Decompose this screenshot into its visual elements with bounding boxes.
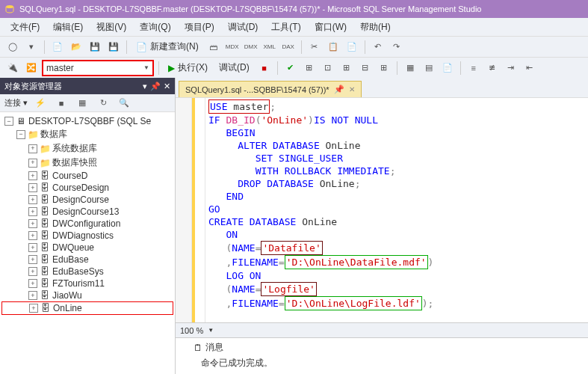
- database-combo[interactable]: master ▼: [42, 60, 154, 76]
- cut-button[interactable]: ✂: [306, 39, 323, 55]
- tree-db-edubasesys[interactable]: +🗄EduBaseSys: [1, 266, 173, 278]
- menu-window[interactable]: 窗口(W): [309, 19, 353, 36]
- file-tab-sqlquery1[interactable]: SQLQuery1.sql -...SQBBF\15474 (57))* 📌 ✕: [179, 81, 362, 97]
- comment-icon[interactable]: ≡: [465, 60, 482, 76]
- tree-snapshot-node[interactable]: +📁数据库快照: [1, 156, 173, 170]
- collapse-icon[interactable]: −: [16, 130, 25, 139]
- expand-icon[interactable]: +: [28, 291, 37, 300]
- debug-button[interactable]: 调试(D): [214, 59, 254, 76]
- menu-file[interactable]: 文件(F): [4, 19, 46, 36]
- stop-icon[interactable]: ■: [53, 95, 69, 111]
- tree-databases-node[interactable]: − 📁 数据库: [1, 127, 173, 141]
- expand-icon[interactable]: +: [28, 219, 37, 228]
- zoom-level[interactable]: 100 %: [180, 326, 203, 335]
- tree-db-coursedesign[interactable]: +🗄CourseDesign: [1, 182, 173, 194]
- execute-button[interactable]: ▶ 执行(X): [164, 59, 212, 76]
- parse-button[interactable]: ✔: [282, 60, 299, 76]
- collapse-icon[interactable]: −: [4, 117, 13, 126]
- expand-icon[interactable]: +: [28, 183, 37, 192]
- menu-debug[interactable]: 调试(D): [222, 19, 264, 36]
- menu-view[interactable]: 视图(V): [90, 19, 132, 36]
- expand-icon[interactable]: +: [28, 231, 37, 240]
- actual-plan-icon[interactable]: ⊟: [357, 60, 374, 76]
- outdent-icon[interactable]: ⇤: [522, 60, 538, 76]
- tree-db-online[interactable]: +🗄OnLine: [1, 301, 173, 315]
- filter-icon[interactable]: ▦: [74, 95, 90, 111]
- tree-db-designcourse[interactable]: +🗄DesignCourse: [1, 194, 173, 206]
- save-all-button[interactable]: 💾: [105, 39, 122, 55]
- connect-button[interactable]: 连接 ▾: [4, 97, 28, 108]
- tree-db-designcourse13[interactable]: +🗄DesignCourse13: [1, 206, 173, 218]
- pin-icon[interactable]: 📌: [334, 85, 344, 94]
- results-text-icon[interactable]: ▤: [421, 60, 437, 76]
- code-text[interactable]: USE master; IF DB_ID('OnLine')IS NOT NUL…: [205, 98, 588, 322]
- db-query-icon[interactable]: 🗃: [205, 39, 222, 55]
- tree-db-jiaowu[interactable]: +🗄JiaoWu: [1, 289, 173, 301]
- expand-icon[interactable]: +: [28, 243, 37, 252]
- menu-edit[interactable]: 编辑(E): [47, 19, 89, 36]
- expand-icon[interactable]: +: [28, 195, 37, 204]
- nav-back-button[interactable]: ◯: [4, 39, 21, 55]
- tree-sysdb-node[interactable]: +📁系统数据库: [1, 141, 173, 156]
- uncomment-icon[interactable]: ≢: [484, 60, 501, 76]
- pin-icon[interactable]: 📌: [150, 82, 161, 91]
- query-options-icon[interactable]: ⊡: [320, 60, 336, 76]
- undo-button[interactable]: ↶: [370, 39, 386, 55]
- code-editor[interactable]: USE master; IF DB_ID('OnLine')IS NOT NUL…: [176, 97, 588, 322]
- play-icon: ▶: [168, 63, 175, 73]
- tree-db-dwdiag[interactable]: +🗄DWDiagnostics: [1, 230, 173, 242]
- indent-icon[interactable]: ⇥: [503, 60, 519, 76]
- paste-button[interactable]: 📄: [344, 39, 360, 55]
- refresh-icon[interactable]: ↻: [95, 95, 111, 111]
- results-grid-icon[interactable]: ▦: [402, 60, 418, 76]
- close-icon[interactable]: ✕: [164, 82, 170, 91]
- expand-icon[interactable]: +: [28, 207, 37, 216]
- stats-icon[interactable]: ⊞: [376, 60, 392, 76]
- tree-db-coursed[interactable]: +🗄CourseD: [1, 170, 173, 182]
- expand-icon[interactable]: +: [28, 255, 37, 264]
- menu-query[interactable]: 查询(Q): [134, 19, 176, 36]
- copy-button[interactable]: 📋: [325, 39, 341, 55]
- expand-icon[interactable]: +: [28, 279, 37, 288]
- close-icon[interactable]: ✕: [349, 85, 355, 94]
- save-button[interactable]: 💾: [87, 39, 103, 55]
- database-icon: 🗄: [40, 171, 50, 181]
- server-icon: 🖥: [16, 116, 26, 126]
- tree-db-dwqueue[interactable]: +🗄DWQueue: [1, 242, 173, 254]
- menu-tools[interactable]: 工具(T): [265, 19, 306, 36]
- nav-fwd-button[interactable]: ▾: [23, 39, 40, 55]
- new-query-button[interactable]: 📄 新建查询(N): [131, 38, 203, 55]
- tree-server-node[interactable]: − 🖥 DESKTOP-L7SQBBF (SQL Se: [1, 115, 173, 127]
- disconnect-icon[interactable]: ⚡: [32, 95, 49, 111]
- new-query-icon: 📄: [136, 42, 147, 52]
- dropdown-icon[interactable]: ▾: [143, 82, 147, 91]
- expand-icon[interactable]: +: [29, 304, 38, 313]
- change-conn-icon[interactable]: 🔀: [23, 60, 40, 76]
- menu-project[interactable]: 项目(P): [179, 19, 220, 36]
- expand-icon[interactable]: +: [28, 144, 37, 153]
- new-button[interactable]: 📄: [49, 39, 66, 55]
- connect-icon[interactable]: 🔌: [4, 60, 21, 76]
- redo-button[interactable]: ↷: [389, 39, 405, 55]
- expand-icon[interactable]: +: [28, 267, 37, 276]
- intellisense-icon[interactable]: ⊞: [338, 60, 355, 76]
- expand-icon[interactable]: +: [28, 159, 37, 168]
- search-icon[interactable]: 🔍: [116, 95, 132, 111]
- mdx-icon[interactable]: MDX: [224, 39, 241, 55]
- open-button[interactable]: 📂: [68, 39, 84, 55]
- window-titlebar: SQLQuery1.sql - DESKTOP-L7SQBBF.master (…: [0, 0, 588, 18]
- est-plan-icon[interactable]: ⊞: [301, 60, 318, 76]
- expand-icon[interactable]: +: [28, 171, 37, 180]
- stop-button[interactable]: ■: [256, 60, 273, 76]
- chevron-down-icon[interactable]: ▼: [208, 327, 214, 334]
- dmx-icon[interactable]: DMX: [243, 39, 259, 55]
- tree-db-fztourism[interactable]: +🗄FZTourism11: [1, 278, 173, 289]
- tree-db-dwconfig[interactable]: +🗄DWConfiguration: [1, 218, 173, 230]
- xmla-icon[interactable]: XML: [261, 39, 278, 55]
- menu-help[interactable]: 帮助(H): [354, 19, 397, 36]
- tree-db-edubase[interactable]: +🗄EduBase: [1, 254, 173, 266]
- dax-icon[interactable]: DAX: [280, 39, 297, 55]
- results-file-icon[interactable]: 📄: [439, 60, 456, 76]
- object-tree[interactable]: − 🖥 DESKTOP-L7SQBBF (SQL Se − 📁 数据库 +📁系统…: [0, 112, 175, 374]
- messages-tab[interactable]: 🗒 消息: [194, 341, 570, 355]
